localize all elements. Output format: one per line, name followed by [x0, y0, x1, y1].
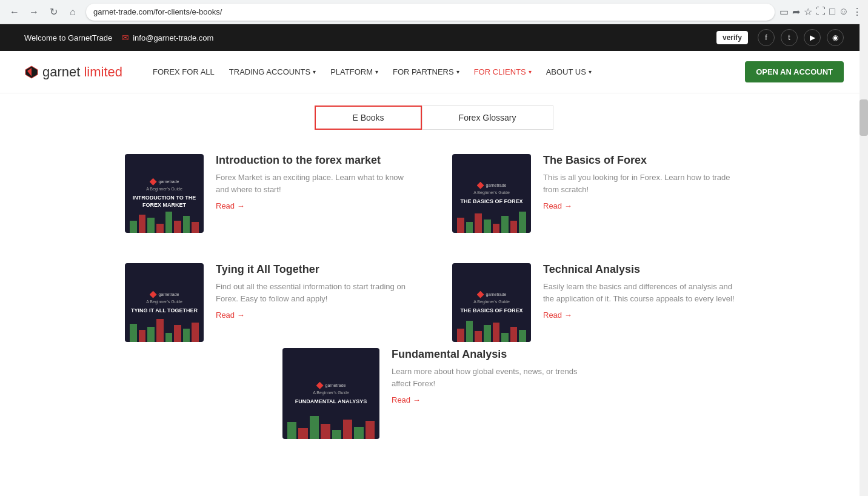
book-item: garnetrade A Beginner's Guide INTRODUCTI…	[125, 154, 416, 233]
book-read-link[interactable]: Read →	[392, 395, 586, 404]
book-desc: This is all you looking for in Forex. Le…	[543, 172, 743, 195]
content-area: garnetrade A Beginner's Guide INTRODUCTI…	[101, 154, 767, 439]
home-button[interactable]: ⌂	[64, 4, 81, 21]
book-desc: Learn more about how global events, news…	[392, 366, 586, 389]
chevron-icon: ▾	[375, 69, 378, 75]
nav-for-clients[interactable]: FOR CLIENTS ▾	[468, 62, 538, 81]
book-cover-tying[interactable]: garnetrade A Beginner's Guide TYING IT A…	[125, 263, 204, 342]
book-cover-intro[interactable]: garnetrade A Beginner's Guide INTRODUCTI…	[125, 154, 204, 233]
book-info: The Basics of Forex This is all you look…	[543, 154, 743, 210]
book-cover-basics[interactable]: garnetrade A Beginner's Guide THE BASICS…	[452, 154, 531, 233]
book-read-link[interactable]: Read →	[543, 310, 743, 320]
books-grid: garnetrade A Beginner's Guide INTRODUCTI…	[125, 154, 743, 342]
address-bar[interactable]	[86, 4, 775, 21]
forward-button[interactable]: →	[25, 4, 42, 21]
book-desc: Easily learn the basics and differences …	[543, 281, 743, 304]
email-icon: ✉	[122, 33, 129, 42]
twitter-icon[interactable]: t	[781, 29, 798, 46]
facebook-icon[interactable]: f	[758, 29, 775, 46]
youtube-icon[interactable]: ▶	[804, 29, 821, 46]
book-title: Introduction to the forex market	[216, 154, 416, 167]
chart-bars	[452, 206, 531, 233]
cover-title-technical: THE BASICS OF FOREX	[460, 307, 522, 315]
chart-bars	[125, 315, 204, 342]
book-desc: Find out all the essential information t…	[216, 281, 416, 304]
nav-trading-accounts[interactable]: TRADING ACCOUNTS ▾	[223, 62, 322, 81]
nav-about-us[interactable]: ABOUT US ▾	[540, 62, 598, 81]
book-read-link[interactable]: Read →	[216, 310, 416, 320]
browser-actions: ▭ ➦ ☆ ⛶ □ ☺ ⋮	[780, 6, 862, 18]
open-account-button[interactable]: OPEN AN ACCOUNT	[745, 61, 844, 82]
chart-bars	[282, 412, 379, 439]
email-address[interactable]: info@garnet-trade.com	[133, 33, 213, 42]
chart-bars	[452, 315, 531, 342]
cover-title-fundamental: FUNDAMENTAL ANALYSYS	[295, 398, 367, 406]
book-cover-technical[interactable]: garnetrade A Beginner's Guide THE BASICS…	[452, 263, 531, 342]
book-read-link[interactable]: Read →	[216, 201, 416, 210]
nav-platform[interactable]: PLATFORM ▾	[324, 62, 384, 81]
cover-title-intro: INTRODUCTION TO THE FOREX MARKET	[131, 195, 198, 209]
cover-subtitle: A Beginner's Guide	[313, 390, 349, 395]
book-desc: Forex Market is an exciting place. Learn…	[216, 172, 416, 195]
book-cover-fundamental[interactable]: garnetrade A Beginner's Guide FUNDAMENTA…	[282, 348, 379, 439]
star-icon: ☆	[804, 6, 812, 18]
book-item: garnetrade A Beginner's Guide THE BASICS…	[452, 263, 743, 342]
tab-icon: □	[829, 6, 835, 18]
instagram-icon[interactable]: ◉	[827, 29, 844, 46]
chevron-icon: ▾	[589, 69, 592, 75]
book-item: garnetrade A Beginner's Guide THE BASICS…	[452, 154, 743, 233]
chart-bars	[125, 206, 204, 233]
main-nav: garnetlimited FOREX FOR ALL TRADING ACCO…	[0, 51, 868, 93]
book-item: garnetrade A Beginner's Guide TYING IT A…	[125, 263, 416, 342]
book-title: Fundamental Analysis	[392, 348, 586, 361]
top-bar: Welcome to GarnetTrade ✉ info@garnet-tra…	[0, 24, 868, 51]
book-info: Introduction to the forex market Forex M…	[216, 154, 416, 210]
tabs-container: E Books Forex Glossary	[0, 93, 868, 136]
cover-title-basics: THE BASICS OF FOREX	[460, 198, 522, 206]
extension-icon: ⛶	[816, 6, 826, 18]
browser-chrome: ← → ↻ ⌂ ▭ ➦ ☆ ⛶ □ ☺ ⋮	[0, 0, 868, 24]
nav-for-partners[interactable]: FOR PARTNERS ▾	[387, 62, 466, 81]
back-button[interactable]: ←	[6, 4, 23, 21]
chevron-icon: ▾	[313, 69, 316, 75]
cover-subtitle: A Beginner's Guide	[146, 187, 182, 191]
screenshot-icon: ▭	[780, 6, 789, 18]
profile-icon: ☺	[839, 6, 849, 18]
logo[interactable]: garnetlimited	[24, 64, 122, 80]
reload-button[interactable]: ↻	[45, 4, 62, 21]
nav-items: FOREX FOR ALL TRADING ACCOUNTS ▾ PLATFOR…	[147, 62, 745, 81]
book-title: The Basics of Forex	[543, 154, 743, 167]
scrollbar-thumb[interactable]	[860, 99, 868, 136]
books-single: garnetrade A Beginner's Guide FUNDAMENTA…	[125, 348, 743, 439]
tab-forex-glossary[interactable]: Forex Glossary	[422, 106, 553, 130]
logo-garnet-text: garnet	[42, 64, 80, 80]
logo-icon	[24, 65, 39, 79]
cover-title-tying: TYING IT ALL TOGETHER	[131, 307, 198, 315]
share-icon: ➦	[792, 6, 800, 18]
book-info: Fundamental Analysis Learn more about ho…	[392, 348, 586, 404]
scrollbar-track	[860, 0, 868, 457]
book-item: garnetrade A Beginner's Guide FUNDAMENTA…	[282, 348, 586, 439]
book-read-link[interactable]: Read →	[543, 201, 743, 210]
book-info: Technical Analysis Easily learn the basi…	[543, 263, 743, 320]
logo-limited-text: limited	[84, 64, 122, 80]
verify-button[interactable]: verify	[716, 31, 748, 44]
nav-forex-for-all[interactable]: FOREX FOR ALL	[147, 62, 221, 81]
cover-subtitle: A Beginner's Guide	[146, 300, 182, 304]
welcome-text: Welcome to GarnetTrade	[24, 33, 112, 42]
book-title: Tying it All Together	[216, 263, 416, 276]
book-info: Tying it All Together Find out all the e…	[216, 263, 416, 320]
tab-ebooks[interactable]: E Books	[315, 106, 421, 130]
chevron-icon: ▾	[456, 69, 459, 75]
chevron-icon: ▾	[529, 69, 532, 75]
cover-subtitle: A Beginner's Guide	[473, 190, 510, 195]
book-title: Technical Analysis	[543, 263, 743, 276]
cover-subtitle: A Beginner's Guide	[473, 300, 510, 304]
